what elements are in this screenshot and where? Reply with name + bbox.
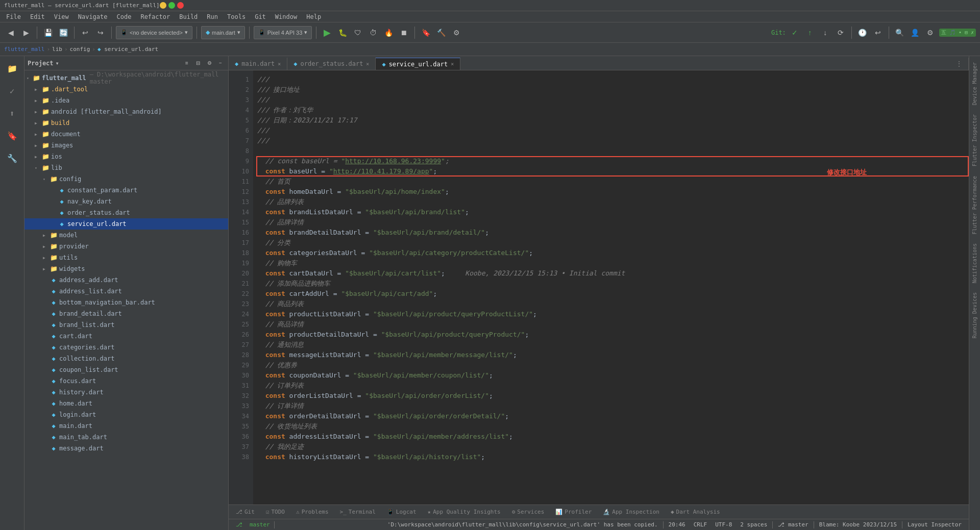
code-editor[interactable]: /// /// 接口地址 /// /// 作者：刘飞华 /// 日期：2023/… [253,70,969,504]
activity-bookmarks-btn[interactable]: 🔖 [2,125,22,146]
right-panel-device-manager[interactable]: Device Manager [971,58,978,109]
build-btn[interactable]: 🔨 [434,26,448,39]
activity-project-btn[interactable]: 📁 [2,58,22,79]
clock-btn[interactable]: 🕐 [856,26,869,39]
right-panel-flutter-inspector[interactable]: Flutter Inspector [971,110,978,170]
hot-reload-btn[interactable]: 🔥 [382,26,395,39]
stop-btn[interactable]: ⏹ [397,26,410,39]
tree-home[interactable]: ▶ ◆ home.dart [24,398,228,409]
maximize-btn[interactable] [168,2,175,9]
pixel-device-btn[interactable]: 📱 Pixel 4 API 33 ▾ [254,26,312,39]
settings2-btn[interactable]: ⚙ [924,26,937,39]
status-branch-right[interactable]: ⎇ master [775,521,811,528]
sidebar-close-btn[interactable]: − [216,59,225,68]
tree-focus[interactable]: ▶ ◆ focus.dart [24,375,228,387]
tree-provider[interactable]: ▶ 📁 provider [24,241,228,252]
bottom-tab-appquality[interactable]: ★ App Quality Insights [423,506,506,518]
bottom-tab-logcat[interactable]: 📱 Logcat [382,506,422,518]
tab-order-status-close[interactable]: × [366,61,369,67]
menu-build[interactable]: Build [175,12,202,21]
history-btn[interactable]: ↩ [871,26,885,39]
bottom-tab-todo[interactable]: ☑ TODO [261,506,290,518]
tree-constant-param[interactable]: ▶ ◆ constant_param.dart [24,185,228,196]
menu-navigate[interactable]: Navigate [74,12,112,21]
breadcrumb-config[interactable]: config [70,46,90,53]
status-encoding[interactable]: UTF-8 [712,521,735,528]
toolbar-sync-btn[interactable]: 🔄 [57,26,70,39]
right-panel-flutter-performance[interactable]: Flutter Performance [971,172,978,238]
tree-address-add[interactable]: ▶ ◆ address_add.dart [24,274,228,286]
menu-refactor[interactable]: Refactor [136,12,174,21]
menu-edit[interactable]: Edit [26,12,49,21]
coverage-btn[interactable]: 🛡 [351,26,364,39]
close-btn[interactable] [177,2,184,9]
settings-btn[interactable]: ⚙ [450,26,463,39]
tree-brand-list[interactable]: ▶ ◆ brand_list.dart [24,319,228,331]
tree-cart[interactable]: ▶ ◆ cart.dart [24,331,228,342]
tree-dart-tool[interactable]: ▶ 📁 .dart_tool [24,84,228,95]
tab-main-dart[interactable]: ◆ main.dart × [229,58,287,70]
bookmark-btn[interactable]: 🔖 [419,26,432,39]
run-config-btn[interactable]: ◆ main.dart ▾ [201,26,245,39]
git-pull-btn[interactable]: ↓ [819,26,832,39]
bottom-tab-services[interactable]: ⚙ Services [507,506,550,518]
status-line-ending[interactable]: CRLF [691,521,710,528]
toolbar-undo-btn[interactable]: ↩ [79,26,92,39]
sidebar-collapse-btn[interactable]: ≡ [182,59,191,68]
status-layout-inspector[interactable]: Layout Inspector [904,521,965,528]
tab-more-btn[interactable]: ⋮ [950,58,969,70]
bottom-tab-profiler[interactable]: 📊 Profiler [550,506,597,518]
tree-main-tab[interactable]: ▶ ◆ main_tab.dart [24,432,228,443]
right-panel-notifications[interactable]: Notifications [971,239,978,287]
tree-service-url[interactable]: ▶ ◆ service_url.dart [24,218,228,230]
debug-btn[interactable]: 🐛 [336,26,349,39]
toolbar-back-btn[interactable]: ◀ [4,26,17,39]
activity-lanta-btn[interactable]: 🔧 [2,148,22,168]
tree-nav-key[interactable]: ▶ ◆ nav_key.dart [24,196,228,207]
menu-tools[interactable]: Tools [223,12,250,21]
status-indent[interactable]: 2 spaces [737,521,770,528]
tree-order-status[interactable]: ▶ ◆ order_status.dart [24,207,228,218]
tree-coupon-list[interactable]: ▶ ◆ coupon_list.dart [24,364,228,375]
sidebar-settings-btn[interactable]: ⚙ [205,59,214,68]
toolbar-save-btn[interactable]: 💾 [41,26,55,39]
tree-bottom-nav[interactable]: ▶ ◆ bottom_navigation_bar.dart [24,297,228,308]
tab-service-url-close[interactable]: × [451,61,454,67]
run-btn[interactable]: ▶ [321,26,334,39]
bottom-tab-appinspection[interactable]: 🔬 App Inspection [598,506,665,518]
profiler-btn[interactable]: ⏱ [366,26,380,39]
bottom-tab-dart-analysis[interactable]: ◆ Dart Analysis [666,506,725,518]
breadcrumb-lib[interactable]: lib [52,46,62,53]
status-branch[interactable]: master [247,521,273,528]
tree-login[interactable]: ▶ ◆ login.dart [24,409,228,420]
tree-message[interactable]: ▶ ◆ message.dart [24,443,228,454]
menu-code[interactable]: Code [113,12,136,21]
tree-images[interactable]: ▶ 📁 images [24,140,228,151]
tree-android[interactable]: ▶ 📁 android [flutter_mall_android] [24,106,228,117]
sidebar-expand-btn[interactable]: ⊟ [193,59,203,68]
tree-utils[interactable]: ▶ 📁 utils [24,252,228,263]
bottom-tab-terminal[interactable]: >_ Terminal [335,506,381,518]
tree-idea[interactable]: ▶ 📁 .idea [24,95,228,106]
tree-brand-detail[interactable]: ▶ ◆ brand_detail.dart [24,308,228,319]
minimize-btn[interactable] [160,2,166,9]
tab-order-status[interactable]: ◆ order_status.dart × [287,58,376,70]
tree-address-list[interactable]: ▶ ◆ address_list.dart [24,286,228,297]
menu-window[interactable]: Window [271,12,301,21]
activity-pullreq-btn[interactable]: ⬆ [2,103,22,123]
bottom-tab-git[interactable]: ⎇ Git [231,506,260,518]
activity-commit-btn[interactable]: ✓ [2,81,22,101]
tree-model[interactable]: ▶ 📁 model [24,230,228,241]
right-panel-running-devices[interactable]: Running Devices [971,288,978,342]
tree-history[interactable]: ▶ ◆ history.dart [24,387,228,398]
menu-git[interactable]: Git [251,12,270,21]
account-btn[interactable]: 👤 [909,26,922,39]
breadcrumb-flutter-mall[interactable]: flutter_mall [4,46,44,53]
tree-ios[interactable]: ▶ 📁 ios [24,151,228,162]
tree-config[interactable]: ▾ 📁 config [24,173,228,185]
device-selector-btn[interactable]: 📱 <no device selected> ▾ [116,26,192,39]
tab-service-url[interactable]: ◆ service_url.dart × [376,58,460,70]
git-update-btn[interactable]: ⟳ [834,26,847,39]
tree-main[interactable]: ▶ ◆ main.dart [24,420,228,432]
menu-help[interactable]: Help [302,12,325,21]
